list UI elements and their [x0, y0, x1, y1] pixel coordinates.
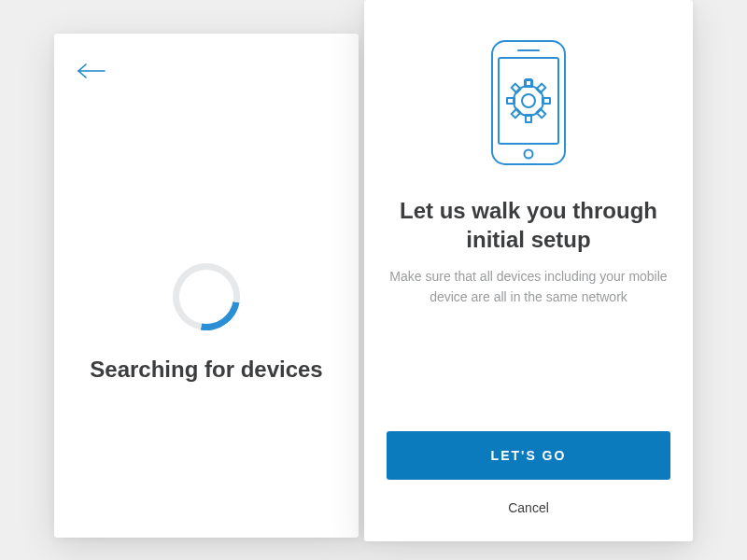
search-devices-card: Searching for devices: [54, 34, 359, 538]
svg-rect-1: [492, 41, 565, 164]
back-arrow-icon[interactable]: [77, 62, 108, 80]
svg-point-6: [512, 84, 545, 118]
phone-gear-icon: [486, 37, 571, 172]
svg-point-5: [522, 94, 535, 107]
svg-point-15: [514, 86, 543, 116]
search-title: Searching for devices: [90, 357, 322, 383]
setup-title: Let us walk you through initial setup: [393, 196, 664, 254]
svg-point-4: [525, 150, 533, 159]
setup-intro-card: Let us walk you through initial setup Ma…: [364, 0, 693, 541]
setup-subtitle: Make sure that all devices including you…: [388, 267, 669, 307]
loading-spinner-icon: [160, 250, 253, 343]
cancel-button[interactable]: Cancel: [499, 497, 558, 519]
lets-go-button[interactable]: LET'S GO: [387, 431, 670, 480]
